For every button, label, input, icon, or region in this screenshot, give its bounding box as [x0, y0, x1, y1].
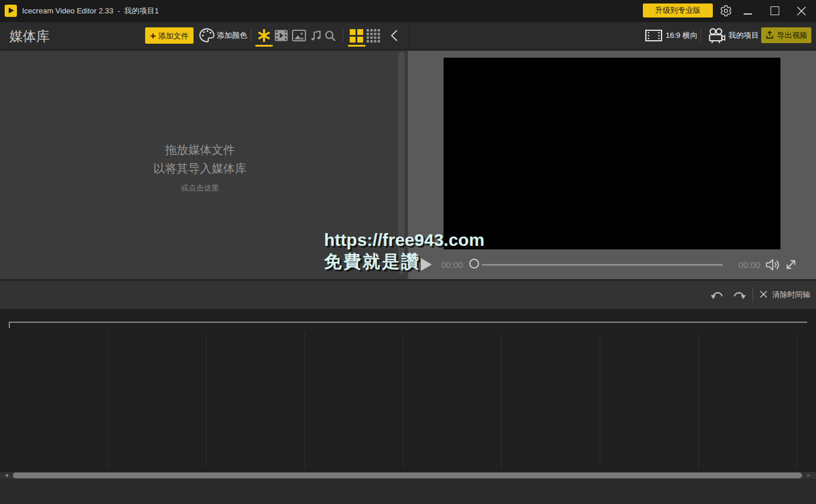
- toolbar-separator: [343, 29, 343, 42]
- timeline-ruler: [9, 322, 807, 323]
- upgrade-pro-button[interactable]: 升级到专业版: [643, 3, 713, 17]
- aspect-ratio-icon[interactable]: [645, 22, 662, 49]
- timeline-area[interactable]: [0, 309, 816, 479]
- main-toolbar: 媒体库 +添加文件 添加颜色: [0, 22, 816, 49]
- collapse-panel-chevron-left-icon[interactable]: [391, 22, 398, 49]
- redo-icon[interactable]: [733, 288, 746, 304]
- filter-image-icon[interactable]: [292, 22, 306, 49]
- media-panel-scrollbar[interactable]: [398, 52, 405, 274]
- filter-search-icon[interactable]: [324, 22, 336, 49]
- timeline-gridline: [501, 332, 502, 469]
- settings-gear-icon[interactable]: [720, 5, 732, 17]
- timeline-gridline: [304, 332, 305, 469]
- volume-icon[interactable]: [765, 259, 780, 273]
- play-button[interactable]: [421, 258, 432, 271]
- view-grid-active-underline: [348, 45, 365, 47]
- undo-icon[interactable]: [711, 288, 724, 304]
- app-window: Icecream Video Editor 2.33 - 我的项目1 升级到专业…: [0, 0, 816, 504]
- timeline-horizontal-scrollbar[interactable]: [0, 472, 816, 479]
- current-time-label: 00:00: [441, 260, 463, 270]
- clear-x-icon: [759, 290, 768, 300]
- close-button[interactable]: [792, 0, 811, 22]
- app-logo-icon: [5, 5, 17, 17]
- dropzone-line2: 以将其导入媒体库: [0, 159, 400, 178]
- timeline-gridline: [107, 332, 108, 469]
- media-dropzone[interactable]: 拖放媒体文件 以将其导入媒体库 或点击这里: [0, 140, 400, 193]
- seek-handle[interactable]: [469, 259, 479, 269]
- upload-icon: [765, 30, 774, 41]
- maximize-button[interactable]: [765, 0, 785, 22]
- clear-timeline-button[interactable]: 清除时间轴: [759, 281, 810, 309]
- bottom-strip: [0, 479, 816, 504]
- aspect-ratio-label[interactable]: 16:9 横向: [666, 22, 698, 49]
- fullscreen-icon[interactable]: [785, 258, 797, 273]
- scroll-right-arrow-icon[interactable]: [807, 474, 811, 477]
- timeline-gridline: [797, 332, 797, 469]
- filter-audio-icon[interactable]: [310, 22, 322, 49]
- export-video-button[interactable]: 导出视频: [761, 27, 811, 43]
- timeline-ruler-tick: [9, 322, 10, 328]
- add-color-button[interactable]: 添加颜色: [217, 22, 247, 49]
- filter-all-active-underline: [255, 45, 273, 47]
- scroll-left-arrow-icon[interactable]: [5, 474, 8, 477]
- timeline-toolbar: 清除时间轴: [0, 281, 816, 309]
- toolbar-separator: [251, 29, 251, 42]
- filter-video-icon[interactable]: [275, 22, 288, 49]
- dropzone-line3: 或点击这里: [0, 183, 400, 193]
- toolbar-section-divider: [408, 22, 409, 49]
- clear-timeline-label: 清除时间轴: [772, 290, 810, 300]
- titlebar: Icecream Video Editor 2.33 - 我的项目1 升级到专业…: [0, 0, 816, 22]
- timeline-gridline: [206, 332, 206, 469]
- my-projects-label[interactable]: 我的项目: [729, 22, 759, 49]
- preview-panel: 00:00 00:00: [408, 51, 816, 279]
- view-grid-small-icon[interactable]: [367, 22, 380, 49]
- media-library-title: 媒体库: [9, 22, 50, 49]
- timeline-gridline: [698, 332, 699, 469]
- timeline-gridline: [403, 332, 403, 469]
- minimize-button[interactable]: [738, 0, 758, 22]
- window-title: Icecream Video Editor 2.33 - 我的项目1: [22, 0, 159, 22]
- my-projects-camera-icon[interactable]: [708, 22, 726, 49]
- add-file-button[interactable]: +添加文件: [145, 27, 194, 44]
- video-preview-screen: [444, 58, 780, 249]
- palette-icon[interactable]: [199, 27, 215, 45]
- seek-track[interactable]: [482, 264, 723, 266]
- toolbar-separator: [701, 29, 701, 43]
- timeline-scrollbar-thumb[interactable]: [13, 473, 802, 478]
- dropzone-line1: 拖放媒体文件: [0, 140, 400, 159]
- timeline-gridline: [600, 332, 600, 469]
- timeline-toolbar-separator: [752, 287, 753, 302]
- plus-icon: +: [150, 30, 156, 41]
- total-time-label: 00:00: [738, 260, 761, 270]
- media-library-panel: 拖放媒体文件 以将其导入媒体库 或点击这里: [0, 51, 408, 279]
